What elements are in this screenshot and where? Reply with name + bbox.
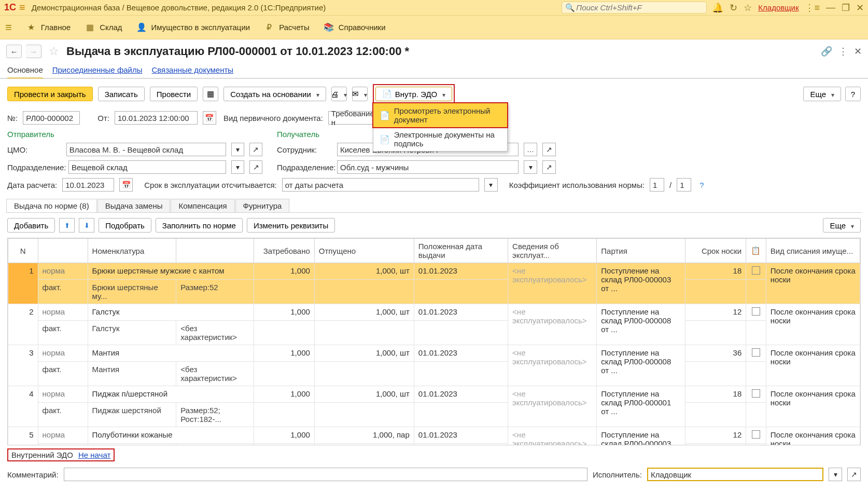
toolbar-more-button[interactable]: Еще xyxy=(803,87,841,101)
doc-tab-norm[interactable]: Выдача по норме (8) xyxy=(6,199,97,212)
minimize-icon[interactable]: — xyxy=(826,2,835,13)
page-close-icon[interactable]: ✕ xyxy=(854,46,862,57)
table-row[interactable]: 2нормаГалстук1,0001,000, шт01.01.2023<не… xyxy=(8,304,860,321)
add-button[interactable]: Добавить xyxy=(7,218,55,233)
change-req-button[interactable]: Изменить реквизиты xyxy=(247,218,335,233)
global-search[interactable]: 🔍 xyxy=(562,2,707,13)
table-row-fact[interactable]: факт.Мантия<без характеристик> xyxy=(8,362,860,386)
items-grid[interactable]: N Номенклатура Затребовано Отпущено Поло… xyxy=(7,238,861,445)
user-link[interactable]: Кладовщик xyxy=(758,3,799,12)
favorite-star-icon[interactable]: ☆ xyxy=(49,45,59,58)
cmo-open-icon[interactable]: ↗ xyxy=(249,143,262,156)
print-button[interactable]: 🖨 xyxy=(331,87,347,101)
subtab-main[interactable]: Основное xyxy=(7,63,43,79)
mail-button[interactable]: ✉ xyxy=(352,87,368,101)
pick-button[interactable]: Подобрать xyxy=(99,218,151,233)
col-pdate[interactable]: Положенная дата выдачи xyxy=(414,239,508,263)
subtab-files[interactable]: Присоединенные файлы xyxy=(52,63,143,78)
settings-icon[interactable]: ⋮≡ xyxy=(805,2,820,13)
row-checkbox[interactable] xyxy=(752,307,760,316)
dep2-dropdown-icon[interactable]: ▾ xyxy=(524,160,537,174)
col-info[interactable]: Сведения об эксплуат... xyxy=(508,239,597,263)
ispol-dropdown-icon[interactable]: ▾ xyxy=(829,468,842,481)
table-row[interactable]: 4нормаПиджак п/шерстяной1,0001,000, шт01… xyxy=(8,386,860,403)
sotr-open-icon[interactable]: ↗ xyxy=(542,143,556,156)
primary-input[interactable]: Требование-н xyxy=(328,111,376,125)
edo-sign-item[interactable]: 📄Электронные документы на подпись xyxy=(373,127,507,151)
more-v-icon[interactable]: ⋮ xyxy=(838,46,848,57)
table-row[interactable]: 1нормаБрюки шерстяные мужские с кантом1,… xyxy=(8,263,860,280)
table-row-fact[interactable]: факт.Полуботинки кожаныеРазмер:43 xyxy=(8,444,860,446)
srok-dropdown-icon[interactable]: ▾ xyxy=(484,178,498,192)
table-row-fact[interactable]: факт.Пиджак шерстянойРазмер:52; Рост:182… xyxy=(8,403,860,427)
row-checkbox[interactable] xyxy=(752,389,760,398)
num-input[interactable]: РЛ00-000002 xyxy=(23,111,80,125)
calendar-icon[interactable]: 📅 xyxy=(203,111,216,125)
table-row[interactable]: 5нормаПолуботинки кожаные1,0001,000, пар… xyxy=(8,427,860,444)
history-icon[interactable]: ↻ xyxy=(730,2,737,13)
row-checkbox[interactable] xyxy=(752,430,760,439)
restore-icon[interactable]: ❐ xyxy=(842,2,850,13)
date-calc-input[interactable]: 10.01.2023 xyxy=(62,178,114,192)
row-checkbox[interactable] xyxy=(752,348,760,357)
create-based-button[interactable]: Создать на основании xyxy=(223,87,326,101)
col-req[interactable]: Затребовано xyxy=(254,239,314,263)
edo-view-item[interactable]: 📄Просмотреть электронный документ xyxy=(372,102,508,128)
koef2-input[interactable]: 1 xyxy=(677,178,691,192)
move-down-button[interactable]: ⬇ xyxy=(79,218,94,233)
app-menu-icon[interactable]: ≡ xyxy=(19,2,25,13)
col-flag[interactable]: 📋 xyxy=(746,239,766,263)
edo-button[interactable]: 📄 Внутр. ЭДО xyxy=(375,87,452,101)
col-n[interactable]: N xyxy=(8,239,38,263)
nav-calc[interactable]: ₽Расчеты xyxy=(264,23,310,32)
dep2-open-icon[interactable]: ↗ xyxy=(542,160,556,174)
edo-status-link[interactable]: Не начат xyxy=(78,451,110,459)
global-search-input[interactable] xyxy=(575,3,703,12)
koef1-input[interactable]: 1 xyxy=(650,178,664,192)
row-checkbox[interactable] xyxy=(752,266,760,275)
ispol-input[interactable]: Кладовщик xyxy=(647,468,823,481)
col-kind[interactable]: Вид списания имуще... xyxy=(766,239,860,263)
reg-icon-button[interactable]: ▦ xyxy=(203,87,218,101)
doc-tab-comp[interactable]: Компенсация xyxy=(171,199,234,212)
notifications-icon[interactable]: 🔔 xyxy=(712,2,723,13)
date-calc-calendar-icon[interactable]: 📅 xyxy=(119,178,133,192)
dep1-input[interactable]: Вещевой склад xyxy=(68,160,226,174)
ispol-open-icon[interactable]: ↗ xyxy=(847,468,861,481)
table-row-fact[interactable]: факт.Брюки шерстяные му...Размер:52 xyxy=(8,280,860,304)
tab-more-button[interactable]: Еще xyxy=(823,218,861,233)
forward-button[interactable]: → xyxy=(26,45,41,58)
dep2-input[interactable]: Обл.суд - мужчины xyxy=(337,160,519,174)
save-button[interactable]: Записать xyxy=(98,87,145,101)
col-sock[interactable]: Срок носки xyxy=(685,239,746,263)
post-and-close-button[interactable]: Провести и закрыть xyxy=(7,87,93,101)
dep1-dropdown-icon[interactable]: ▾ xyxy=(231,160,244,174)
col-party[interactable]: Партия xyxy=(597,239,685,263)
from-input[interactable]: 10.01.2023 12:00:00 xyxy=(115,111,198,125)
star-icon[interactable]: ☆ xyxy=(744,2,752,13)
table-row-fact[interactable]: факт.Галстук<без характеристик> xyxy=(8,321,860,345)
table-row[interactable]: 3нормаМантия1,0001,000, шт01.01.2023<не … xyxy=(8,345,860,362)
doc-tab-furn[interactable]: Фурнитура xyxy=(235,199,290,212)
back-button[interactable]: ← xyxy=(6,45,22,58)
nav-stock[interactable]: ▦Склад xyxy=(85,23,122,32)
nav-main[interactable]: ★Главное xyxy=(26,23,71,32)
dep1-open-icon[interactable]: ↗ xyxy=(249,160,262,174)
col-out[interactable]: Отпущено xyxy=(314,239,414,263)
move-up-button[interactable]: ⬆ xyxy=(59,218,75,233)
doc-tab-repl[interactable]: Выдача замены xyxy=(97,199,171,212)
post-button[interactable]: Провести xyxy=(150,87,198,101)
nav-dir[interactable]: 📚Справочники xyxy=(324,23,386,32)
subtab-links[interactable]: Связанные документы xyxy=(151,63,233,78)
cmo-input[interactable]: Власова М. В. - Вещевой склад xyxy=(66,143,226,156)
nav-assets[interactable]: 👤Имущество в эксплуатации xyxy=(137,23,250,32)
komm-input[interactable] xyxy=(64,468,587,481)
col-nom[interactable]: Номенклатура xyxy=(88,239,176,263)
close-icon[interactable]: ✕ xyxy=(856,2,864,13)
srok-input[interactable]: от даты расчета xyxy=(282,178,479,192)
help-button[interactable]: ? xyxy=(845,87,861,101)
link-icon[interactable]: 🔗 xyxy=(821,46,832,57)
help-info-icon[interactable]: ? xyxy=(699,181,704,189)
fill-norm-button[interactable]: Заполнить по норме xyxy=(156,218,243,233)
sections-menu-icon[interactable]: ≡ xyxy=(5,21,12,34)
